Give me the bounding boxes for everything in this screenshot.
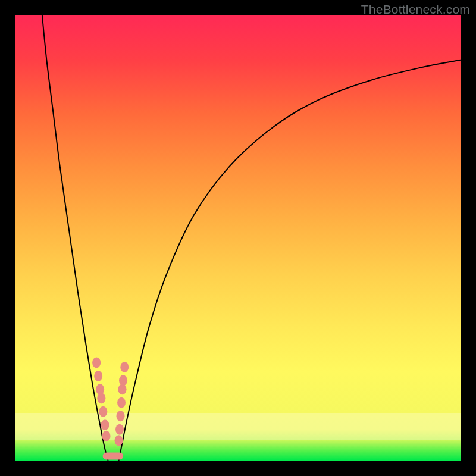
watermark-text: TheBottleneck.com [361, 2, 470, 17]
marker-dot [96, 384, 104, 394]
marker-dot [117, 411, 125, 421]
plot-area [15, 15, 461, 461]
marker-dot [94, 371, 102, 381]
marker-dot [118, 384, 127, 394]
marker-dot [115, 424, 124, 435]
marker-dot [92, 357, 101, 368]
marker-dot [101, 419, 109, 430]
marker-dot [99, 406, 107, 417]
marker-dot [115, 435, 123, 446]
marker-dot [120, 362, 129, 372]
curves-svg [15, 15, 461, 461]
right-branch-curve [119, 60, 461, 461]
markers-right [115, 362, 129, 446]
marker-dot [102, 431, 111, 441]
chart-frame: TheBottleneck.com [0, 0, 476, 476]
marker-dot [97, 393, 105, 403]
marker-dot [117, 397, 126, 408]
